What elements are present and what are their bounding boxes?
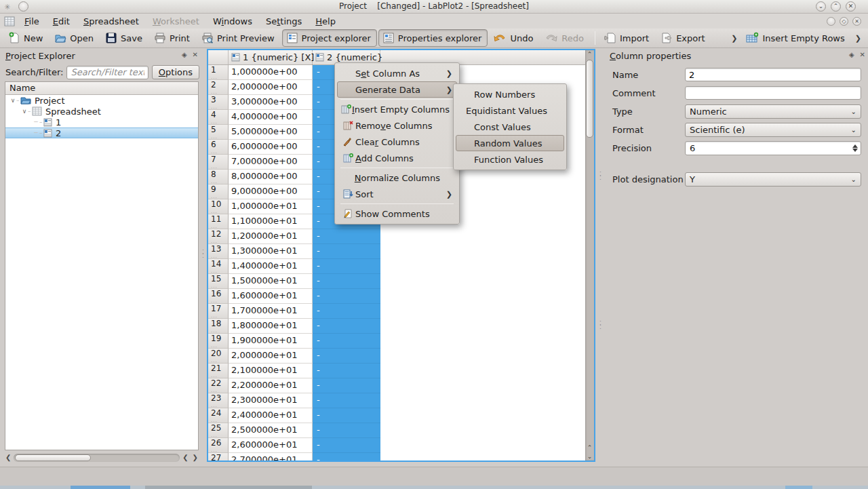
menu-item-row-numbers[interactable]: Row Numbers <box>456 86 564 102</box>
maximize-icon[interactable]: ⌃ <box>831 1 841 12</box>
cell-col2-selected[interactable]: - <box>313 289 380 304</box>
row-header-27[interactable]: 27... <box>208 453 229 461</box>
mdi-minimize-icon[interactable] <box>827 17 835 26</box>
splitter-handle[interactable]: ⁚⁚ <box>202 251 205 258</box>
row-header-20[interactable]: 20... <box>208 349 229 364</box>
project-explorer-button[interactable]: Project explorer <box>282 29 377 47</box>
row-header-13[interactable]: 13... <box>208 244 229 259</box>
menu-item-set-column-as[interactable]: Set Column As❯ <box>337 65 457 81</box>
corner-header[interactable] <box>208 50 229 64</box>
scroll-up-icon[interactable]: ⌃ <box>585 51 594 58</box>
spin-down-icon[interactable] <box>852 149 858 152</box>
tree-item-1[interactable]: ─–1 <box>5 117 198 128</box>
close-panel-icon[interactable]: ✕ <box>860 51 865 58</box>
cell-col2-selected[interactable]: - <box>313 244 380 259</box>
cell-col1[interactable]: 2,000000e+01 <box>229 349 313 364</box>
row-header-26[interactable]: 26... <box>208 438 229 453</box>
cell-col1[interactable]: 1,400000e+01 <box>229 259 313 274</box>
options-button[interactable]: Options <box>152 65 199 79</box>
menu-item-generate-data[interactable]: Generate Data❯ <box>337 81 457 98</box>
row-header-25[interactable]: 25... <box>208 423 229 438</box>
row-header-2[interactable]: 2... <box>208 80 229 95</box>
menu-settings[interactable]: Settings <box>259 15 309 28</box>
row-header-7[interactable]: 7... <box>208 155 229 170</box>
scroll-down-icon[interactable]: ⌄ <box>585 453 594 460</box>
cell-col1[interactable]: 1,200000e+01 <box>229 229 313 244</box>
splitter-handle[interactable]: ⁚⁚ <box>599 322 602 329</box>
float-panel-icon[interactable]: ◈ <box>182 51 187 58</box>
cell-col1[interactable]: 1,300000e+01 <box>229 244 313 259</box>
row-header-22[interactable]: 22... <box>208 378 229 393</box>
cell-col2-selected[interactable]: - <box>313 334 380 349</box>
close-panel-icon[interactable]: ✕ <box>193 51 198 58</box>
minimize-icon[interactable]: ⌄ <box>816 1 826 12</box>
menu-item-normalize-columns[interactable]: Normalize Columns <box>337 170 457 186</box>
row-header-1[interactable]: 1... <box>208 65 229 80</box>
scroll-left-icon[interactable]: ❮ <box>181 454 189 462</box>
export-button[interactable]: Export <box>656 29 711 47</box>
row-header-6[interactable]: 6... <box>208 140 229 155</box>
cell-col1[interactable]: 1,000000e+00 <box>229 65 313 80</box>
tree-item-2[interactable]: ─–2 <box>5 128 198 138</box>
menu-item-sort[interactable]: Sort❯ <box>337 186 457 202</box>
cell-col1[interactable]: 2,600000e+01 <box>229 438 313 453</box>
open-button[interactable]: Open <box>50 29 100 47</box>
scrollbar-thumb[interactable] <box>15 454 91 461</box>
expander-icon[interactable]: ∨ <box>9 97 16 104</box>
cell-col1[interactable]: 1,900000e+01 <box>229 334 313 349</box>
new-button[interactable]: New <box>4 29 49 47</box>
menu-item-clear-columns[interactable]: Clear Columns <box>337 134 457 150</box>
import-button[interactable]: Import <box>600 29 655 47</box>
menu-item-equidistant-values[interactable]: Equidistant Values <box>456 102 564 119</box>
cell-col1[interactable]: 2,500000e+01 <box>229 423 313 438</box>
title-bar[interactable]: ✳ Project [Changed] - LabPlot2 - [Spread… <box>0 0 868 14</box>
spreadsheet-window-icon[interactable] <box>0 16 18 26</box>
scroll-right-icon[interactable]: ❯ <box>191 454 199 462</box>
menu-item-add-columns[interactable]: Add Columns <box>337 150 457 166</box>
row-header-4[interactable]: 4... <box>208 110 229 125</box>
cell-col2-selected[interactable]: - <box>313 304 380 319</box>
row-header-11[interactable]: 11... <box>208 214 229 229</box>
cell-col2-selected[interactable]: - <box>313 423 380 438</box>
cell-col1[interactable]: 2,400000e+01 <box>229 408 313 423</box>
tree-name-header[interactable]: Name <box>5 82 198 95</box>
row-header-14[interactable]: 14... <box>208 259 229 274</box>
cell-col1[interactable]: 2,100000e+01 <box>229 364 313 378</box>
cell-col1[interactable]: 1,600000e+01 <box>229 289 313 304</box>
float-panel-icon[interactable]: ◈ <box>849 51 854 58</box>
cell-col1[interactable]: 3,000000e+00 <box>229 95 313 110</box>
spreadsheet-vscrollbar[interactable]: ⌃ ⌃ ⌄ <box>585 50 594 461</box>
menu-item-random-values[interactable]: Random Values <box>456 135 564 151</box>
comment-field[interactable] <box>685 86 861 100</box>
row-header-9[interactable]: 9... <box>208 184 229 199</box>
cell-col2-selected[interactable]: - <box>313 378 380 393</box>
name-field[interactable] <box>685 68 861 81</box>
cell-col1[interactable]: 2,300000e+01 <box>229 393 313 408</box>
save-button[interactable]: Save <box>101 29 149 47</box>
menu-edit[interactable]: Edit <box>46 15 77 28</box>
menu-help[interactable]: Help <box>309 15 342 28</box>
cell-col1[interactable]: 1,500000e+01 <box>229 274 313 289</box>
menu-spreadsheet[interactable]: Spreadsheet <box>77 15 146 28</box>
cell-col1[interactable]: 7,000000e+00 <box>229 155 313 170</box>
row-header-23[interactable]: 23... <box>208 393 229 408</box>
menu-item-remove-columns[interactable]: Remove Columns <box>337 117 457 134</box>
cell-col1[interactable]: 2,700000e+01 <box>229 453 313 461</box>
cell-col2-selected[interactable]: - <box>313 274 380 289</box>
redo-button[interactable]: Redo <box>540 29 590 47</box>
project-tree-hscrollbar[interactable]: ❮ ❮ ❯ <box>4 453 199 463</box>
menu-item-show-comments[interactable]: Show Comments <box>337 206 457 222</box>
cell-col2-selected[interactable]: - <box>313 364 380 378</box>
row-header-3[interactable]: 3... <box>208 95 229 110</box>
toolbar-overflow-icon[interactable]: ❯ <box>728 34 740 43</box>
cell-col1[interactable]: 4,000000e+00 <box>229 110 313 125</box>
tree-item-project[interactable]: ∨–Project <box>5 95 198 106</box>
close-icon[interactable]: ✕ <box>846 1 856 12</box>
cell-col2-selected[interactable]: - <box>313 349 380 364</box>
cell-col1[interactable]: 1,800000e+01 <box>229 319 313 334</box>
cell-col1[interactable]: 6,000000e+00 <box>229 140 313 155</box>
cell-col1[interactable]: 5,000000e+00 <box>229 125 313 140</box>
row-header-5[interactable]: 5... <box>208 125 229 140</box>
menu-item-const-values[interactable]: Const Values <box>456 119 564 135</box>
cell-col1[interactable]: 9,000000e+00 <box>229 184 313 199</box>
